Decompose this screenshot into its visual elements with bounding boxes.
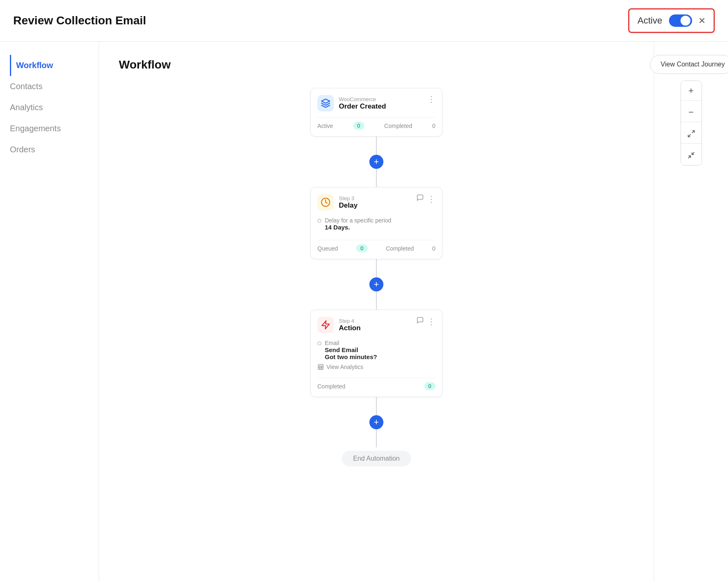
delay-card-header-left: Step 3 Delay — [317, 194, 357, 211]
delay-detail: Delay for a specific period 14 Days. — [317, 217, 435, 231]
delay-completed-count: 0 — [432, 245, 435, 252]
connector-3 — [376, 259, 377, 277]
connector-2 — [376, 169, 377, 187]
delay-card-info: Step 3 Delay — [339, 195, 357, 210]
delay-queued-label: Queued — [317, 245, 338, 252]
action-title: Action — [339, 324, 361, 332]
expand-icon — [687, 130, 695, 138]
trigger-title: Order Created — [339, 102, 386, 111]
svg-line-10 — [692, 130, 694, 133]
header: Review Collection Email Active × — [0, 0, 728, 42]
view-contact-journey-button[interactable]: View Contact Journey — [650, 55, 728, 74]
sidebar: Workflow Contacts Analytics Engagements … — [0, 42, 99, 582]
delay-comment-button[interactable] — [416, 194, 424, 203]
delay-step: Step 3 — [339, 195, 357, 201]
delay-card: Step 3 Delay ⋮ — [310, 187, 442, 259]
page-title: Review Collection Email — [13, 14, 146, 27]
email-action: Send Email — [325, 346, 377, 353]
action-completed-count: 0 — [424, 382, 435, 390]
delay-card-footer: Queued 0 Completed 0 — [317, 240, 435, 252]
action-comment-button[interactable] — [416, 317, 424, 326]
add-step-button-3[interactable]: + — [369, 415, 383, 429]
action-card-menu: ⋮ — [416, 317, 435, 326]
analytics-icon — [317, 364, 324, 370]
trigger-card-footer: Active 0 Completed 0 — [317, 117, 435, 130]
collapse-icon — [687, 151, 695, 159]
delay-queued-count: 0 — [356, 244, 367, 252]
view-journey-label: View Contact Journey — [661, 61, 725, 68]
action-card-info: Step 4 Action — [339, 318, 361, 332]
end-automation: End Automation — [342, 451, 411, 466]
action-card-header-left: Step 4 Action — [317, 317, 361, 333]
active-label: Active — [638, 15, 662, 26]
delay-icon — [317, 194, 334, 211]
email-label: Email — [325, 340, 377, 346]
active-status-container: Active × — [628, 8, 715, 33]
trigger-provider: WooCommerce — [339, 96, 386, 102]
email-subject: Got two minutes? — [325, 353, 377, 360]
zoom-fit-button[interactable] — [681, 124, 702, 144]
delay-value: 14 Days. — [325, 224, 391, 231]
view-analytics-label: View Analytics — [326, 364, 363, 370]
delay-title: Delay — [339, 201, 357, 210]
action-completed-label: Completed — [317, 383, 345, 390]
trigger-card-header-left: WooCommerce Order Created — [317, 95, 386, 111]
action-card-body: Email Send Email Got two minutes? — [317, 338, 435, 372]
add-step-button-2[interactable]: + — [369, 277, 383, 291]
delay-card-body: Delay for a specific period 14 Days. — [317, 215, 435, 234]
workflow-canvas: WooCommerce Order Created ⋮ Active 0 Com… — [119, 88, 634, 466]
action-card-footer: Completed 0 — [317, 378, 435, 390]
svg-line-11 — [688, 134, 690, 137]
zoom-collapse-button[interactable] — [681, 145, 702, 165]
delay-card-header: Step 3 Delay ⋮ — [317, 194, 435, 211]
svg-line-13 — [692, 152, 694, 155]
trigger-active-label: Active — [317, 123, 333, 129]
zoom-controls: + − — [681, 80, 702, 166]
action-icon — [317, 317, 334, 333]
trigger-menu-button[interactable]: ⋮ — [427, 95, 435, 103]
connector-6 — [376, 429, 377, 447]
sidebar-item-contacts[interactable]: Contacts — [10, 76, 89, 97]
trigger-card-header: WooCommerce Order Created ⋮ — [317, 95, 435, 111]
toggle-thumb — [681, 16, 690, 26]
action-step: Step 4 — [339, 318, 361, 324]
add-step-button-1[interactable]: + — [369, 155, 383, 169]
trigger-card: WooCommerce Order Created ⋮ Active 0 Com… — [310, 88, 442, 137]
trigger-card-info: WooCommerce Order Created — [339, 96, 386, 111]
delay-card-menu: ⋮ — [416, 194, 435, 203]
zoom-out-button[interactable]: − — [681, 102, 702, 122]
action-card-header: Step 4 Action ⋮ — [317, 317, 435, 333]
action-card: Step 4 Action ⋮ — [310, 310, 442, 397]
svg-line-12 — [688, 156, 690, 159]
content-area: Workflow WooCommerce — [99, 42, 654, 582]
delay-menu-button[interactable]: ⋮ — [427, 195, 435, 203]
sidebar-item-analytics[interactable]: Analytics — [10, 97, 89, 118]
trigger-completed-label: Completed — [384, 123, 412, 129]
delay-completed-label: Completed — [386, 245, 414, 252]
delay-description: Delay for a specific period — [325, 217, 391, 224]
content-title: Workflow — [119, 58, 634, 71]
main-layout: Workflow Contacts Analytics Engagements … — [0, 42, 728, 582]
connector-1 — [376, 137, 377, 155]
view-analytics-row[interactable]: View Analytics — [317, 364, 435, 370]
delay-detail-circle — [317, 219, 321, 223]
active-toggle[interactable] — [669, 14, 692, 27]
svg-rect-2 — [318, 364, 323, 369]
svg-marker-1 — [322, 321, 329, 329]
action-detail: Email Send Email Got two minutes? — [317, 340, 435, 360]
sidebar-item-orders[interactable]: Orders — [10, 139, 89, 160]
zoom-in-button[interactable]: + — [681, 81, 702, 101]
connector-5 — [376, 397, 377, 415]
action-menu-button[interactable]: ⋮ — [427, 317, 435, 326]
action-detail-text: Email Send Email Got two minutes? — [325, 340, 377, 360]
trigger-active-count: 0 — [353, 122, 364, 130]
right-panel: View Contact Journey + − — [654, 42, 728, 582]
delay-detail-text: Delay for a specific period 14 Days. — [325, 217, 391, 231]
action-detail-circle — [317, 341, 321, 345]
sidebar-item-engagements[interactable]: Engagements — [10, 118, 89, 139]
connector-4 — [376, 291, 377, 310]
sidebar-item-workflow[interactable]: Workflow — [10, 55, 89, 76]
close-button[interactable]: × — [699, 15, 705, 26]
trigger-completed-count: 0 — [432, 123, 435, 129]
trigger-icon — [317, 95, 334, 111]
